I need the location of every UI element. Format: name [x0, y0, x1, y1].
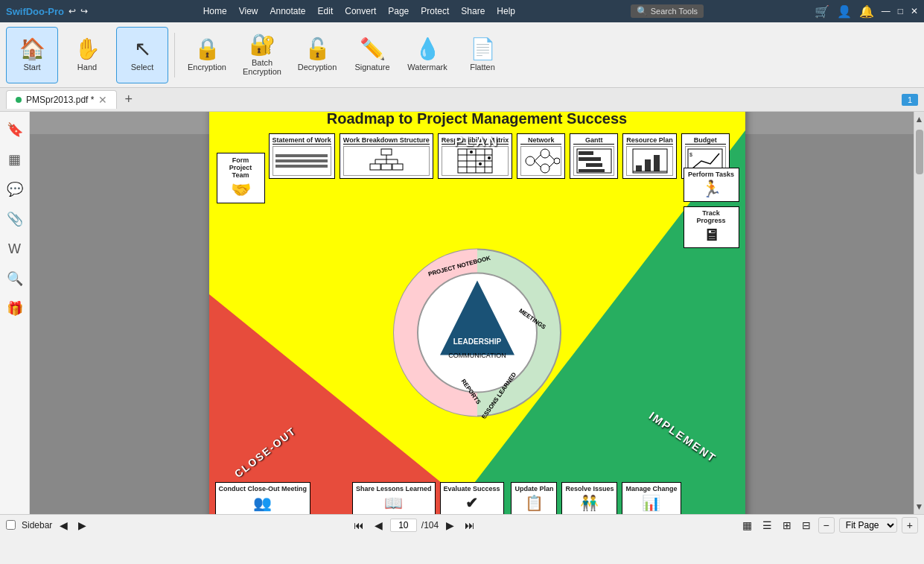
tool-select-label: Select [131, 63, 154, 72]
toolbar-divider [174, 33, 175, 77]
sidebar-pages[interactable]: ▦ [3, 148, 27, 171]
titlebar: SwifDoo-Pro ↩ ↪ Home View Annotate Edit … [0, 0, 924, 22]
statement-of-work-inner [273, 146, 331, 176]
scroll-down-btn[interactable]: ▼ [913, 499, 924, 514]
menu-home[interactable]: Home [199, 4, 232, 18]
conduct-closeout-icon: 👥 [219, 494, 308, 512]
menu-convert[interactable]: Convert [340, 4, 380, 18]
app-logo: SwifDoo-Pro [6, 6, 64, 17]
sidebar-bookmark[interactable]: 🔖 [3, 118, 27, 142]
svg-rect-8 [392, 164, 403, 170]
share-lessons-label: Share Lessons Learned [356, 485, 432, 492]
zoom-in-btn[interactable]: + [902, 517, 918, 533]
svg-line-26 [549, 162, 554, 167]
svg-point-17 [479, 162, 482, 165]
statusbar-right: ▦ ☰ ⊞ ⊟ − Fit Page Fit Width 50% 75% 100… [739, 517, 918, 533]
tool-select[interactable]: ↖ Select [116, 27, 168, 83]
responsibility-matrix-inner [442, 146, 509, 176]
select-icon: ↖ [134, 39, 151, 60]
sidebar-search[interactable]: 🔍 [3, 267, 27, 291]
scroll-view-btn[interactable]: ☰ [759, 518, 775, 533]
grid-view-btn[interactable]: ⊟ [799, 518, 814, 533]
last-page-btn[interactable]: ⏭ [462, 518, 478, 533]
tab-modified-dot [16, 97, 22, 103]
decryption-icon: 🔓 [305, 39, 331, 60]
svg-rect-28 [579, 151, 593, 155]
sidebar-attachments[interactable]: 📎 [3, 207, 27, 231]
two-page-btn[interactable]: ⊞ [780, 518, 794, 533]
bell-icon[interactable]: 🔔 [859, 4, 874, 19]
gantt-chart [576, 148, 613, 174]
main-area: 🔖 ▦ 💬 📎 W 🔍 🎁 Roadmap to Project Managem… [0, 112, 924, 514]
page-view-btn[interactable]: ▦ [739, 518, 755, 533]
manage-change-icon: 📊 [625, 494, 677, 512]
network-chart [523, 148, 560, 174]
perform-tasks-box: Perform Tasks 🏃 [684, 168, 739, 202]
svg-text:$: $ [689, 152, 692, 157]
update-plan-box: Update Plan 📋 [511, 482, 557, 514]
gantt-title: Gantt [573, 136, 614, 145]
sidebar-checkbox[interactable] [6, 520, 16, 530]
statusbar-center: ⏮ ◀ /104 ▶ ⏭ [351, 518, 478, 533]
tool-decryption[interactable]: 🔓 Decryption [291, 27, 343, 83]
current-page-input[interactable] [390, 519, 417, 532]
tab-close-btn[interactable]: ✕ [98, 94, 107, 106]
file-tab[interactable]: PMSpr2013.pdf * ✕ [6, 90, 117, 109]
flatten-icon: 📄 [470, 39, 496, 60]
statusbar-left: Sidebar ◀ ▶ [6, 518, 89, 533]
vertical-scrollbar[interactable]: ▲ ▼ [914, 112, 924, 514]
toolbar: 🏠 Start ✋ Hand ↖ Select 🔒 Encryption 🔐 B… [0, 22, 924, 88]
resource-plan-inner [626, 146, 673, 176]
maximize-btn[interactable]: □ [898, 6, 903, 16]
first-page-btn[interactable]: ⏮ [351, 518, 367, 533]
sidebar-word[interactable]: W [3, 237, 27, 261]
tool-batch-encryption[interactable]: 🔐 Batch Encryption [236, 27, 288, 83]
tool-start[interactable]: 🏠 Start [6, 27, 58, 83]
tool-encryption[interactable]: 🔒 Encryption [181, 27, 233, 83]
zoom-out-btn[interactable]: − [818, 517, 835, 533]
tool-signature-label: Signature [354, 63, 389, 72]
track-progress-icon: 🖥 [688, 226, 735, 245]
titlebar-redo[interactable]: ↪ [80, 6, 88, 16]
menu-protect[interactable]: Protect [416, 4, 453, 18]
tool-watermark[interactable]: 💧 Watermark [401, 27, 453, 83]
statement-of-work-title: Statement of Work [273, 136, 331, 145]
close-btn[interactable]: ✕ [911, 6, 918, 16]
resolve-issues-icon: 👬 [565, 494, 614, 512]
minimize-btn[interactable]: — [882, 6, 890, 16]
watermark-icon: 💧 [415, 39, 441, 60]
zoom-select[interactable]: Fit Page Fit Width 50% 75% 100% 125% 150… [839, 518, 897, 533]
menu-edit[interactable]: Edit [313, 4, 338, 18]
cart-icon[interactable]: 🛒 [815, 4, 829, 19]
top-document-boxes: Statement of Work Work Breakdown Structu… [269, 133, 738, 179]
prev-section-btn[interactable]: ◀ [57, 518, 71, 533]
sidebar-gift[interactable]: 🎁 [3, 297, 27, 320]
sidebar-comments[interactable]: 💬 [3, 177, 27, 201]
plan-label: PLAN [454, 134, 500, 150]
svg-point-19 [526, 156, 535, 165]
svg-line-23 [535, 155, 541, 161]
tool-flatten[interactable]: 📄 Flatten [456, 27, 509, 83]
tool-hand[interactable]: ✋ Hand [61, 27, 113, 83]
menu-share[interactable]: Share [456, 4, 489, 18]
conduct-closeout-label: Conduct Close-Out Meeting [219, 485, 308, 492]
menu-annotate[interactable]: Annotate [265, 4, 310, 18]
menu-help[interactable]: Help [492, 4, 520, 18]
user-icon[interactable]: 👤 [837, 4, 852, 19]
share-lessons-icon: 📖 [356, 494, 432, 512]
menu-view[interactable]: View [235, 4, 263, 18]
prev-page-btn[interactable]: ◀ [372, 518, 386, 533]
scroll-thumb[interactable] [916, 130, 923, 174]
next-page-btn[interactable]: ▶ [443, 518, 457, 533]
circle-diagram: PROJECT NOTEBOOK MEETINGS REPORTS LESSON… [392, 247, 563, 419]
sidebar: 🔖 ▦ 💬 📎 W 🔍 🎁 [0, 112, 30, 514]
next-section-btn[interactable]: ▶ [75, 518, 89, 533]
tool-signature[interactable]: ✏️ Signature [346, 27, 398, 83]
right-boxes: Perform Tasks 🏃 Track Progress 🖥 [684, 168, 739, 248]
titlebar-undo[interactable]: ↩ [68, 6, 76, 16]
new-tab-btn[interactable]: + [120, 92, 137, 107]
perform-tasks-label: Perform Tasks [688, 171, 735, 178]
search-label[interactable]: Search Tools [651, 7, 698, 16]
menu-page[interactable]: Page [383, 4, 413, 18]
scroll-up-btn[interactable]: ▲ [913, 112, 924, 127]
